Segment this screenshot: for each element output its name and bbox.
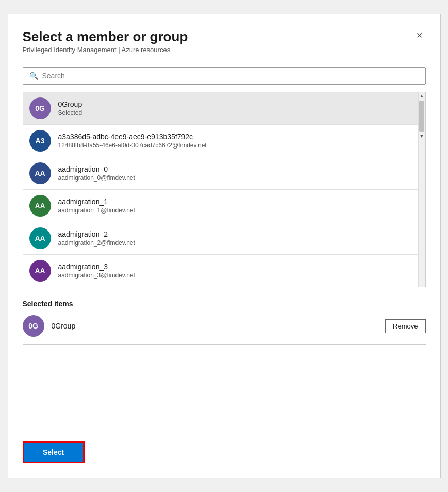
list-scroll-wrapper: 0G0GroupSelectedA3a3a386d5-adbc-4ee9-aec…: [23, 92, 425, 287]
item-text: aadmigration_0aadmigration_0@fimdev.net: [58, 165, 135, 182]
list-item[interactable]: 0G0GroupSelected: [23, 92, 418, 125]
item-text: aadmigration_1aadmigration_1@fimdev.net: [58, 198, 135, 214]
list-item[interactable]: AAaadmigration_3aadmigration_3@fimdev.ne…: [23, 255, 418, 287]
item-email: Selected: [58, 109, 82, 117]
list-item[interactable]: AAaadmigration_0aadmigration_0@fimdev.ne…: [23, 157, 418, 190]
scrollbar[interactable]: ▲ ▼: [418, 92, 425, 287]
item-name: aadmigration_0: [58, 165, 135, 173]
select-button[interactable]: Select: [23, 441, 85, 463]
close-button[interactable]: ×: [413, 29, 426, 41]
selected-entry: 0G0GroupRemove: [23, 315, 426, 345]
item-text: 0GroupSelected: [58, 100, 82, 117]
dialog-subtitle: Privileged Identity Management | Azure r…: [23, 46, 188, 54]
avatar: AA: [29, 227, 51, 249]
item-name: a3a386d5-adbc-4ee9-aec9-e913b35f792c: [58, 133, 207, 141]
search-icon: 🔍: [29, 72, 38, 80]
item-name: aadmigration_2: [58, 230, 135, 238]
selected-section-title: Selected items: [23, 300, 426, 308]
member-list: 0G0GroupSelectedA3a3a386d5-adbc-4ee9-aec…: [23, 92, 426, 287]
item-email: aadmigration_1@fimdev.net: [58, 207, 135, 214]
item-email: aadmigration_3@fimdev.net: [58, 272, 135, 279]
avatar: AA: [29, 260, 51, 282]
list-inner: 0G0GroupSelectedA3a3a386d5-adbc-4ee9-aec…: [23, 92, 425, 287]
item-text: aadmigration_3aadmigration_3@fimdev.net: [58, 263, 135, 279]
list-item[interactable]: AAaadmigration_1aadmigration_1@fimdev.ne…: [23, 190, 418, 222]
search-input[interactable]: [42, 72, 419, 80]
scroll-up-arrow[interactable]: ▲: [419, 92, 425, 100]
dialog-title-area: Select a member or group Privileged Iden…: [23, 29, 188, 54]
item-name: aadmigration_1: [58, 198, 135, 206]
search-container: 🔍: [23, 67, 426, 85]
selected-item-name: 0Group: [52, 322, 378, 330]
avatar: A3: [29, 130, 51, 152]
avatar: 0G: [29, 97, 51, 119]
item-name: aadmigration_3: [58, 263, 135, 271]
scroll-down-arrow[interactable]: ▼: [419, 133, 425, 140]
item-name: 0Group: [58, 100, 82, 108]
avatar: AA: [29, 195, 51, 217]
selected-avatar: 0G: [23, 315, 44, 337]
list-item[interactable]: A3a3a386d5-adbc-4ee9-aec9-e913b35f792c12…: [23, 125, 418, 157]
item-email: 12488fb8-8a55-46e6-af0d-007cad7c6672@fim…: [58, 142, 207, 149]
selected-section: Selected items 0G0GroupRemove: [23, 300, 426, 345]
list-item[interactable]: AAaadmigration_2aadmigration_2@fimdev.ne…: [23, 222, 418, 255]
avatar: AA: [29, 162, 51, 184]
item-text: aadmigration_2aadmigration_2@fimdev.net: [58, 230, 135, 247]
dialog-header: Select a member or group Privileged Iden…: [23, 29, 426, 54]
select-member-dialog: Select a member or group Privileged Iden…: [8, 14, 441, 478]
footer: Select: [23, 427, 426, 463]
item-email: aadmigration_0@fimdev.net: [58, 174, 135, 182]
scroll-thumb[interactable]: [419, 101, 424, 132]
item-text: a3a386d5-adbc-4ee9-aec9-e913b35f792c1248…: [58, 133, 207, 149]
remove-button[interactable]: Remove: [385, 319, 425, 333]
dialog-title: Select a member or group: [23, 29, 188, 45]
item-email: aadmigration_2@fimdev.net: [58, 239, 135, 247]
